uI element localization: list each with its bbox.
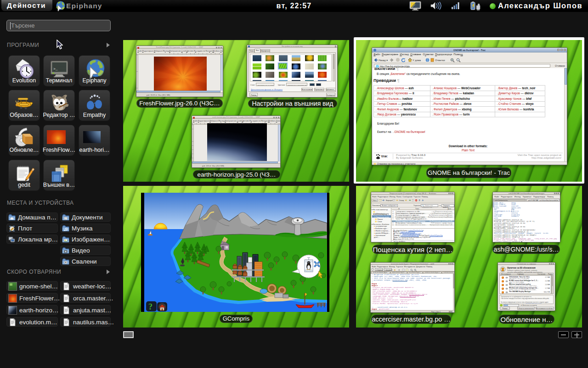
svg-text:>_: >_ <box>53 67 58 71</box>
svg-text:?: ? <box>148 302 153 311</box>
